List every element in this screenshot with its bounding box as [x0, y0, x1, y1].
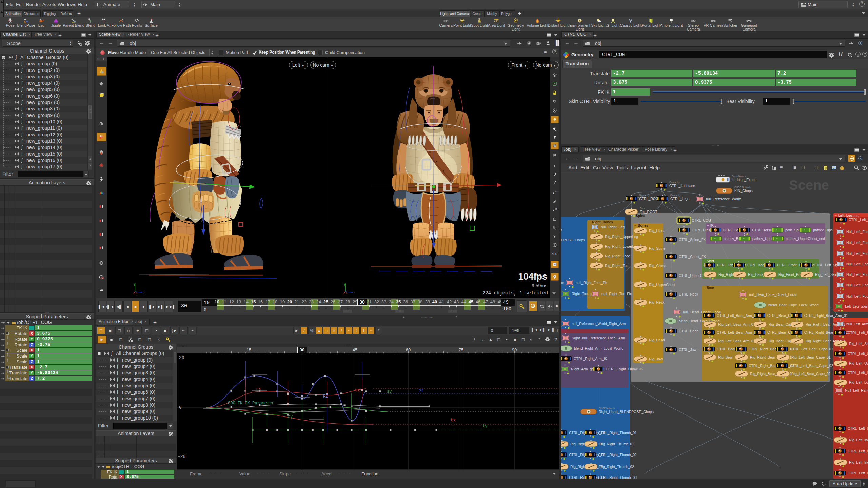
- svg-text:Geometry: Geometry: [639, 194, 650, 197]
- svg-text:z: z: [143, 291, 145, 294]
- svg-text:null_Head_Orient_Local: null_Head_Orient_Local: [683, 310, 721, 314]
- svg-text:Rig_Left_Shoulder: Rig_Left_Shoulder: [849, 342, 868, 346]
- svg-text:CTRL_Left_Bear_Arm_01: CTRL_Left_Bear_Arm_01: [717, 313, 758, 318]
- svg-text:Rig_Right_LowerLeg: Rig_Right_LowerLeg: [605, 244, 638, 248]
- svg-text:Rig_Right_Thumb_01: Rig_Right_Thumb_01: [599, 442, 634, 446]
- svg-text:Geometry: Geometry: [670, 194, 681, 197]
- svg-text:Null_Left_Foot_Back: Null_Left_Foot_Back: [846, 262, 868, 266]
- svg-text:CTRL_Left_Index_0: CTRL_Left_Index_0: [848, 471, 868, 475]
- svg-text:12: 12: [555, 208, 557, 210]
- svg-text:*: *: [743, 237, 745, 241]
- svg-text:CHOP Network: CHOP Network: [599, 407, 615, 409]
- svg-text:y: y: [134, 282, 136, 286]
- svg-text:null_Reference_World: null_Reference_World: [706, 197, 741, 201]
- svg-text:Rig_Left_LowerArm: Rig_Left_LowerArm: [849, 380, 868, 384]
- svg-text:Null_Left_Foot_Fron: Null_Left_Foot_Fron: [846, 272, 868, 277]
- svg-text:Null_Left_Foot_In: Null_Left_Foot_In: [846, 241, 868, 245]
- svg-text:CTRL_Left_Bear_Cape_02: CTRL_Left_Bear_Cape_02: [790, 364, 833, 368]
- svg-text:Rig_Left_Bear_Arm_02: Rig_Left_Bear_Arm_02: [718, 339, 755, 343]
- svg-text:CTRL_Head: CTRL_Head: [679, 329, 699, 333]
- svg-text:CTRL_Right_Arm_IK: CTRL_Right_Arm_IK: [574, 357, 607, 361]
- svg-text:Scene: Scene: [789, 178, 829, 192]
- svg-text:Rig_Left_Bear_Cape_02: Rig_Left_Bear_Cape_02: [791, 372, 831, 376]
- svg-text:Rig_Jaw: Rig_Jaw: [649, 357, 663, 361]
- svg-text:sx: sx: [355, 388, 360, 393]
- svg-text:COG FK IK Parameter: COG FK IK Parameter: [228, 401, 274, 406]
- svg-text:─: ─: [707, 224, 709, 227]
- svg-text:─: ─: [703, 260, 705, 263]
- svg-text:null_Right_Foot_Fix: null_Right_Foot_Fix: [576, 281, 608, 285]
- svg-text:Rig_Hips: Rig_Hips: [649, 229, 664, 233]
- svg-text:─: ─: [703, 286, 705, 289]
- svg-text:Skirt: Skirt: [707, 259, 714, 263]
- svg-text:IDPOSE_Chops: IDPOSE_Chops: [561, 238, 585, 242]
- svg-text:rx: rx: [256, 387, 261, 391]
- svg-text:null_Reference_World_Right_Arm: null_Reference_World_Right_Arm: [572, 322, 626, 326]
- svg-text:Rig_Left_Index_02: Rig_Left_Index_02: [849, 460, 868, 464]
- svg-text:CTRL_Left_Bear_Cape_01: CTRL_Left_Bear_Cape_01: [790, 347, 833, 351]
- svg-text:CTRL_Left_Index_0: CTRL_Left_Index_0: [848, 449, 868, 453]
- svg-text:ty: ty: [482, 424, 487, 429]
- svg-text:CTRL_Neck: CTRL_Neck: [679, 292, 698, 296]
- svg-text:Rig_UpperChest: Rig_UpperChest: [649, 283, 675, 287]
- svg-text:CTRL_Right_Thumb_02: CTRL_Right_Thumb_02: [598, 453, 637, 457]
- svg-text:*: *: [804, 229, 805, 232]
- svg-text:e: e: [561, 228, 562, 232]
- svg-text:CTRL_Chest_FK: CTRL_Chest_FK: [679, 255, 706, 259]
- svg-text:Right_null_Reference_Local_Arm: Right_null_Reference_Local_Arm: [572, 336, 625, 340]
- svg-text:Null_Left_Foot_Out: Null_Left_Foot_Out: [846, 251, 868, 256]
- svg-text:CTRL_Left_Shoulder: CTRL_Left_Shoulder: [848, 331, 868, 335]
- svg-text:CTRL_Right_Bear_Arm_01: CTRL_Right_Bear_Arm_01: [804, 313, 848, 318]
- svg-text:z: z: [354, 291, 355, 294]
- svg-text:*: *: [776, 237, 778, 241]
- svg-text:blend_Bear_Cape_Local_World: blend_Bear_Cape_Local_World: [768, 303, 819, 307]
- svg-text:Rig_Head: Rig_Head: [649, 338, 665, 342]
- svg-text:oe: oe: [561, 281, 564, 285]
- svg-text:Null_Left_Foot_Mid: Null_Left_Foot_Mid: [846, 283, 868, 287]
- svg-text:null_Right_Toe_Fix: null_Right_Toe_Fix: [601, 292, 632, 296]
- svg-text:Null_Left_Foot_Twist: Null_Left_Foot_Twist: [846, 230, 868, 234]
- svg-text:pathcv_UpperChest_end: pathcv_UpperChest_end: [786, 237, 825, 241]
- svg-text:CTRL_Left_UpperArm: CTRL_Left_UpperArm: [848, 352, 868, 356]
- svg-text:0: 0: [179, 405, 182, 410]
- svg-text:Rig_Left_Bear_Arm_01: Rig_Left_Bear_Arm_01: [718, 322, 755, 326]
- svg-text:Geometry: Geometry: [669, 181, 680, 184]
- svg-text:Spine: Spine: [636, 214, 645, 218]
- svg-text:CTRL_Left_Bear_Arm_02: CTRL_Left_Bear_Arm_02: [717, 330, 758, 334]
- svg-text:Rig_ROOT: Rig_ROOT: [640, 210, 658, 214]
- svg-text:CTRL_Left_Skirt: CTRL_Left_Skirt: [814, 263, 840, 267]
- svg-text:y: y: [344, 282, 346, 286]
- svg-text:Rig_Left_Index_01: Rig_Left_Index_01: [849, 438, 868, 442]
- svg-text:Rig_Left_Skirt: Rig_Left_Skirt: [815, 272, 837, 277]
- svg-text:Geometry: Geometry: [849, 215, 859, 218]
- svg-text:Bones: Bones: [638, 224, 648, 227]
- svg-text:─: ─: [588, 221, 591, 224]
- svg-text:Rig_Left_Bear_Cape_01: Rig_Left_Bear_Cape_01: [791, 355, 831, 359]
- svg-text:─: ─: [634, 224, 636, 227]
- svg-text:Null_Left_Foot_Ankle: Null_Left_Foot_Ankle: [846, 294, 868, 298]
- svg-text:12: 12: [555, 190, 557, 193]
- svg-text:Rig_Right_Foot: Rig_Right_Foot: [605, 254, 630, 258]
- svg-text:CTRL_Luchtann: CTRL_Luchtann: [669, 184, 695, 188]
- svg-text:null_Right_Leg: null_Right_Leg: [601, 225, 625, 229]
- svg-text:Left_Leg_goal: Left_Leg_goal: [845, 304, 868, 308]
- svg-text:null_Bear_Cape_Orient_Local: null_Bear_Cape_Orient_Local: [749, 292, 797, 297]
- svg-text:Right_Bones: Right_Bones: [592, 220, 613, 224]
- svg-text:tx: tx: [451, 418, 455, 423]
- svg-text:Rig_Left_UpperArm: Rig_Left_UpperArm: [849, 361, 868, 365]
- svg-text:CTRL_COG: CTRL_COG: [692, 218, 711, 222]
- svg-text:Bear: Bear: [707, 286, 714, 290]
- svg-text:IK: IK: [710, 224, 714, 227]
- svg-text:Rig_Right_Thumb_02: Rig_Right_Thumb_02: [599, 465, 634, 469]
- svg-text:null_Left_Arm: null_Left_Arm: [846, 322, 868, 326]
- svg-text:CTRL_Left_LowerArm: CTRL_Left_LowerArm: [848, 371, 868, 375]
- svg-text:*: *: [714, 237, 716, 241]
- svg-text:Right_Hand_BLENDPOSE_Chops: Right_Hand_BLENDPOSE_Chops: [599, 410, 654, 414]
- svg-text:Rig_Neck: Rig_Neck: [649, 300, 665, 304]
- svg-text:Bone: Bone: [640, 207, 645, 209]
- svg-text:blend_Right_Arm_Local_World: blend_Right_Arm_Local_World: [574, 346, 623, 350]
- svg-text:CTRL_Right_Elbow_IK: CTRL_Right_Elbow_IK: [606, 367, 643, 371]
- svg-text:Rig_Right_Toe: Rig_Right_Toe: [605, 264, 628, 268]
- svg-text:20: 20: [179, 355, 184, 360]
- svg-text:*: *: [776, 229, 777, 232]
